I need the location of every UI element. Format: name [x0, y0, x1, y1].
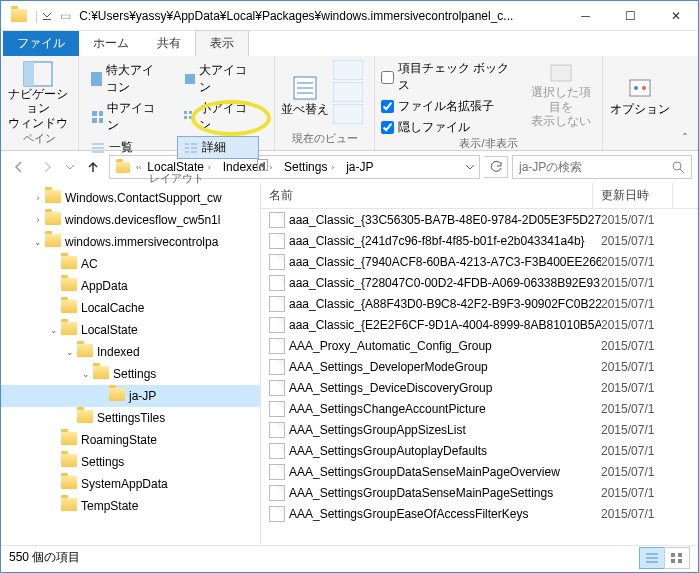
tree-item-ac[interactable]: AC [1, 253, 260, 275]
search-icon[interactable] [671, 160, 685, 174]
tab-file[interactable]: ファイル [3, 31, 79, 56]
svg-rect-2 [24, 62, 34, 86]
search-input[interactable] [519, 160, 671, 174]
recent-dropdown[interactable] [63, 155, 77, 179]
svg-rect-39 [678, 553, 682, 557]
qat-dropdown-icon[interactable] [42, 9, 52, 23]
close-button[interactable]: ✕ [653, 2, 698, 30]
expand-icon[interactable]: ⌄ [79, 369, 93, 379]
tab-view[interactable]: 表示 [195, 30, 249, 56]
sort-button[interactable]: 並べ替え [281, 60, 329, 130]
group-currentview-label: 現在のビュー [281, 131, 368, 146]
file-row[interactable]: AAA_Settings_DeviceDiscoveryGroup2015/07… [261, 377, 698, 398]
file-row[interactable]: AAA_SettingsGroupAppSizesList2015/07/1 [261, 419, 698, 440]
crumb-settings[interactable]: Settings› [278, 156, 340, 178]
tree-item-indexed[interactable]: ⌄Indexed [1, 341, 260, 363]
file-row[interactable]: aaa_Classic_{33C56305-BA7B-48E0-9784-2D0… [261, 209, 698, 230]
file-row[interactable]: AAA_SettingsGroupDataSenseMainPageSettin… [261, 482, 698, 503]
size-columns-icon[interactable] [333, 104, 363, 124]
tree-item-windowsimmersivecontrolpa[interactable]: ⌄windows.immersivecontrolpa [1, 231, 260, 253]
tree-item-appdata[interactable]: AppData [1, 275, 260, 297]
tree-label: AC [81, 257, 98, 271]
maximize-button[interactable]: ☐ [608, 2, 653, 30]
file-row[interactable]: aaa_Classic_{E2E2F6CF-9D1A-4004-8999-8AB… [261, 314, 698, 335]
svg-point-31 [634, 86, 638, 90]
tab-home[interactable]: ホーム [79, 31, 143, 56]
expand-icon[interactable]: › [31, 193, 45, 203]
address-dropdown[interactable] [461, 155, 479, 179]
expand-icon[interactable]: › [31, 215, 45, 225]
view-icons-button[interactable] [664, 547, 690, 569]
file-row[interactable]: aaa_Classic_{A88F43D0-B9C8-42F2-B9F3-909… [261, 293, 698, 314]
file-row[interactable]: AAA_SettingsGroupEaseOfAccessFilterKeys2… [261, 503, 698, 524]
file-list[interactable]: 名前 更新日時 aaa_Classic_{33C56305-BA7B-48E0-… [261, 183, 698, 545]
tree-item-systemappdata[interactable]: SystemAppData [1, 473, 260, 495]
expand-icon[interactable]: ⌄ [31, 237, 45, 247]
back-button[interactable] [7, 155, 31, 179]
add-columns-icon[interactable] [333, 82, 363, 102]
tree-item-localstate[interactable]: ⌄LocalState [1, 319, 260, 341]
qat-divider: | [35, 9, 38, 23]
nav-tree[interactable]: ›Windows.ContactSupport_cw›windows.devic… [1, 183, 261, 545]
layout-large[interactable]: 大アイコン [177, 60, 259, 98]
svg-rect-0 [43, 19, 51, 20]
file-row[interactable]: aaa_Classic_{728047C0-00D2-4FDB-A069-063… [261, 272, 698, 293]
file-row[interactable]: AAA_SettingsGroupDataSenseMainPageOvervi… [261, 461, 698, 482]
ribbon-collapse-icon[interactable]: ˆ [676, 130, 694, 148]
tab-share[interactable]: 共有 [143, 31, 195, 56]
tree-item-windowscontactsupportcw[interactable]: ›Windows.ContactSupport_cw [1, 187, 260, 209]
tree-item-settingstiles[interactable]: SettingsTiles [1, 407, 260, 429]
tree-item-tempstate[interactable]: TempState [1, 495, 260, 517]
check-hidden-files[interactable]: 隠しファイル [381, 119, 520, 136]
file-date: 2015/07/1 [601, 213, 654, 227]
hide-selected-button: 選択した項目を 表示しない [526, 60, 596, 130]
tree-item-settings[interactable]: ⌄Settings [1, 363, 260, 385]
check-file-ext[interactable]: ファイル名拡張子 [381, 98, 520, 115]
details-icon [184, 141, 198, 155]
refresh-button[interactable] [484, 156, 508, 178]
file-row[interactable]: AAA_SettingsGroupAutoplayDefaults2015/07… [261, 440, 698, 461]
forward-button[interactable] [35, 155, 59, 179]
group-showhide-label: 表示/非表示 [381, 136, 596, 151]
tree-item-windowsdevicesflowcw5n1l[interactable]: ›windows.devicesflow_cw5n1l [1, 209, 260, 231]
layout-medium[interactable]: 中アイコン [85, 98, 167, 136]
crumb-jajp[interactable]: ja-JP [340, 156, 379, 178]
tree-label: SystemAppData [81, 477, 168, 491]
file-row[interactable]: AAA_Proxy_Automatic_Config_Group2015/07/… [261, 335, 698, 356]
minimize-button[interactable]: ─ [563, 2, 608, 30]
group-layout-label: レイアウト [85, 171, 268, 186]
group-by-icon[interactable] [333, 60, 363, 80]
file-row[interactable]: aaa_Classic_{7940ACF8-60BA-4213-A7C3-F3B… [261, 251, 698, 272]
file-icon [269, 212, 285, 228]
tree-label: TempState [81, 499, 138, 513]
layout-small[interactable]: 小アイコン [177, 98, 259, 136]
expand-icon[interactable]: ⌄ [47, 325, 61, 335]
file-row[interactable]: AAA_Settings_DeveloperModeGroup2015/07/1 [261, 356, 698, 377]
file-name: aaa_Classic_{241d7c96-f8bf-4f85-b01f-e2b… [289, 234, 601, 248]
folder-icon [45, 190, 61, 206]
search-box[interactable] [512, 155, 692, 179]
view-details-button[interactable] [639, 547, 665, 569]
tree-item-jajp[interactable]: ja-JP [1, 385, 260, 407]
tree-item-settings[interactable]: Settings [1, 451, 260, 473]
tree-label: SettingsTiles [97, 411, 165, 425]
column-name[interactable]: 名前 [261, 183, 593, 208]
file-icon [269, 485, 285, 501]
options-button[interactable]: オプション [609, 60, 671, 130]
expand-icon[interactable]: ⌄ [63, 347, 77, 357]
file-row[interactable]: AAA_SettingsChangeAccountPicture2015/07/… [261, 398, 698, 419]
tree-item-localcache[interactable]: LocalCache [1, 297, 260, 319]
file-row[interactable]: aaa_Classic_{241d7c96-f8bf-4f85-b01f-e2b… [261, 230, 698, 251]
nav-pane-button[interactable]: ナビゲーション ウィンドウ [7, 60, 69, 130]
tree-item-roamingstate[interactable]: RoamingState [1, 429, 260, 451]
svg-rect-7 [92, 118, 97, 123]
qat-equals-icon: ▭ [60, 9, 71, 23]
column-date[interactable]: 更新日時 [593, 183, 673, 208]
check-item-boxes[interactable]: 項目チェック ボックス [381, 60, 520, 94]
layout-exlarge[interactable]: 特大アイコン [85, 60, 167, 98]
options-icon [626, 74, 654, 102]
layout-expand-icon[interactable]: ▾ [257, 159, 268, 171]
layout-list[interactable]: 一覧 [85, 136, 167, 159]
tree-label: LocalState [81, 323, 138, 337]
layout-details[interactable]: 詳細 [177, 136, 259, 159]
